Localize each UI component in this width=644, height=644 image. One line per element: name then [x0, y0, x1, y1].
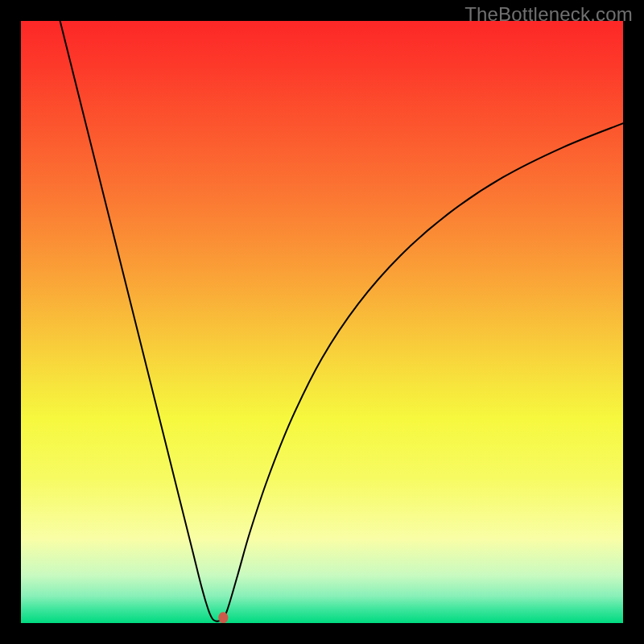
optimum-marker — [218, 612, 228, 623]
plot-area — [21, 21, 623, 623]
chart-frame: TheBottleneck.com — [0, 0, 644, 644]
watermark-text: TheBottleneck.com — [464, 3, 633, 26]
bottleneck-chart — [21, 21, 623, 623]
gradient-background — [21, 21, 623, 623]
